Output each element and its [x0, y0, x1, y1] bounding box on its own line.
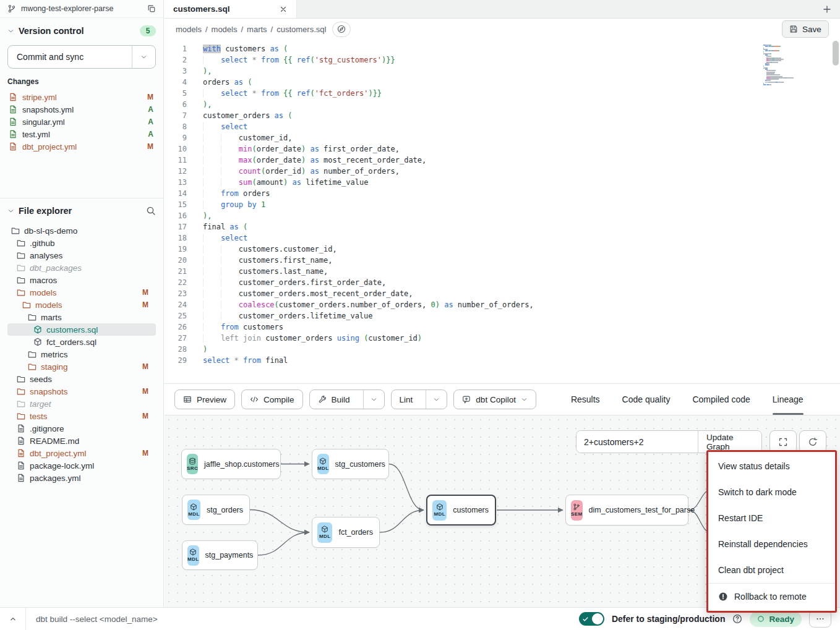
breadcrumb-item[interactable]: customers.sql [276, 25, 326, 34]
lint-button[interactable]: Lint [391, 389, 448, 409]
new-tab-button[interactable] [814, 0, 840, 18]
code-line[interactable]: max(order_date) as most_recent_order_dat… [203, 155, 840, 166]
code-line[interactable]: select * from {{ ref('fct_orders')}} [203, 88, 840, 99]
editor-scrollbar[interactable] [833, 41, 839, 381]
tree-item-staging[interactable]: stagingM [7, 360, 156, 373]
code-editor[interactable]: 1234567891011121314151617181920212223242… [165, 40, 840, 383]
breadcrumb-item[interactable]: models [212, 25, 238, 34]
code-line[interactable]: select * from {{ ref('stg_customers')}} [203, 54, 840, 66]
save-button[interactable]: Save [782, 20, 829, 38]
build-button[interactable]: Build [309, 389, 385, 409]
lineage-node-fct_orders[interactable]: MDLfct_orders [312, 517, 380, 548]
tab-compiled-code[interactable]: Compiled code [692, 384, 750, 415]
close-icon[interactable] [279, 5, 288, 14]
lineage-selector-input[interactable] [576, 431, 698, 453]
code-line[interactable]: from customers [203, 321, 840, 333]
tree-item-dbt-project.yml[interactable]: dbt_project.ymlM [7, 447, 156, 459]
tree-item-.github[interactable]: .github [7, 237, 156, 249]
code-line[interactable]: orders as ( [203, 77, 840, 88]
code-line[interactable]: coalesce(customer_orders.number_of_order… [203, 299, 840, 310]
version-control-collapse-icon[interactable] [7, 28, 14, 35]
commit-options-dropdown[interactable] [132, 46, 155, 68]
code-line[interactable]: sum(amount) as lifetime_value [203, 177, 840, 188]
tree-item-fct-orders.sql[interactable]: fct_orders.sql [7, 336, 156, 348]
tree-item-analyses[interactable]: analyses [7, 249, 156, 262]
tree-item-db-sl-qs-demo[interactable]: db-sl-qs-demo [7, 224, 156, 237]
tree-item-tests[interactable]: testsM [7, 410, 156, 422]
tree-item-target[interactable]: target [7, 398, 156, 410]
update-graph-button[interactable]: Update Graph [698, 431, 761, 453]
code-line[interactable]: customer_orders as ( [203, 110, 840, 121]
command-bar-expand-button[interactable] [0, 608, 26, 630]
tree-item-customers.sql[interactable]: customers.sql [7, 323, 156, 336]
tree-item-models[interactable]: modelsM [7, 299, 156, 311]
change-row[interactable]: stripe.ymlM [7, 91, 156, 103]
code-line[interactable]: customer_orders.most_recent_order_date, [203, 288, 840, 299]
code-line[interactable]: customers.customer_id, [203, 244, 840, 255]
tree-item-packages.yml[interactable]: packages.yml [7, 472, 156, 484]
build-dropdown[interactable] [363, 390, 384, 409]
change-row[interactable]: singular.ymlA [7, 116, 156, 128]
tab-code-quality[interactable]: Code quality [622, 384, 671, 415]
code-line[interactable]: left join customer_orders using (custome… [203, 333, 840, 344]
tab-lineage[interactable]: Lineage [773, 384, 804, 415]
lineage-node-src_customers[interactable]: SRCjaffle_shop.customers [181, 449, 281, 479]
code-line[interactable]: customer_orders.first_order_date, [203, 277, 840, 288]
code-line[interactable]: customer_orders.lifetime_value [203, 310, 840, 321]
code-line[interactable]: select [203, 232, 840, 244]
tab-customers-sql[interactable]: customers.sql [165, 0, 297, 18]
code-line[interactable]: select * from final [203, 355, 840, 366]
build-main[interactable]: Build [310, 390, 358, 409]
code-line[interactable]: select [203, 121, 840, 132]
lineage-node-dim_customers[interactable]: SEMdim_customers_test_for_parse [565, 495, 688, 526]
code-line[interactable]: with customers as ( [203, 43, 840, 54]
change-row[interactable]: dbt_project.ymlM [7, 140, 156, 153]
code-line[interactable]: from orders [203, 188, 840, 199]
tree-item-README.md[interactable]: README.md [7, 435, 156, 447]
lineage-node-stg_orders[interactable]: MDLstg_orders [182, 495, 250, 525]
code-line[interactable]: min(order_date) as first_order_date, [203, 143, 840, 155]
code-line[interactable]: group by 1 [203, 199, 840, 210]
tree-item-marts[interactable]: marts [7, 311, 156, 323]
commit-and-sync-button[interactable]: Commit and sync [7, 45, 156, 69]
breadcrumb-item[interactable]: models [176, 25, 202, 34]
search-icon[interactable] [146, 206, 156, 216]
command-input[interactable]: dbt build --select <model_name> [36, 615, 579, 624]
lineage-node-stg_customers[interactable]: MDLstg_customers [312, 449, 389, 479]
copy-branch-icon[interactable] [147, 4, 156, 13]
lineage-node-stg_payments[interactable]: MDLstg_payments [182, 540, 258, 570]
file-explorer-collapse-icon[interactable] [7, 208, 14, 215]
open-in-explorer-button[interactable] [332, 22, 351, 37]
menu-item-clean-dbt-project[interactable]: Clean dbt project [708, 557, 835, 583]
more-options-button[interactable] [809, 610, 831, 628]
tree-item-metrics[interactable]: metrics [7, 348, 156, 360]
help-icon[interactable] [732, 614, 742, 624]
lint-dropdown[interactable] [426, 390, 447, 409]
code-line[interactable]: customers.last_name, [203, 266, 840, 277]
tab-results[interactable]: Results [571, 384, 600, 415]
tree-item-dbt-packages[interactable]: dbt_packages [7, 262, 156, 274]
scrollbar-thumb[interactable] [833, 41, 839, 66]
code-line[interactable]: ), [203, 66, 840, 77]
defer-toggle[interactable] [579, 612, 604, 626]
tree-item-snapshots[interactable]: snapshotsM [7, 385, 156, 398]
code-line[interactable]: ), [203, 210, 840, 221]
minimap[interactable] [763, 45, 799, 86]
tree-item-macros[interactable]: macros [7, 274, 156, 286]
lint-main[interactable]: Lint [392, 390, 421, 409]
lineage-node-customers[interactable]: MDLcustomers [426, 495, 496, 526]
tree-item-models[interactable]: modelsM [7, 286, 156, 299]
compile-button[interactable]: Compile [241, 389, 303, 409]
menu-item-switch-to-dark-mode[interactable]: Switch to dark mode [708, 479, 835, 505]
menu-item-restart-ide[interactable]: Restart IDE [708, 505, 835, 531]
code-line[interactable]: customers.first_name, [203, 255, 840, 266]
dbt-copilot-button[interactable]: dbt Copilot [453, 389, 536, 409]
change-row[interactable]: snapshots.ymlA [7, 103, 156, 116]
tree-item-.gitignore[interactable]: .gitignore [7, 422, 156, 435]
code-line[interactable]: count(order_id) as number_of_orders, [203, 166, 840, 177]
code-line[interactable]: ) [203, 344, 840, 355]
menu-item-view-status-details[interactable]: View status details [708, 453, 835, 479]
status-badge[interactable]: Ready [750, 611, 802, 627]
preview-button[interactable]: Preview [174, 389, 235, 409]
code-line[interactable]: final as ( [203, 221, 840, 232]
